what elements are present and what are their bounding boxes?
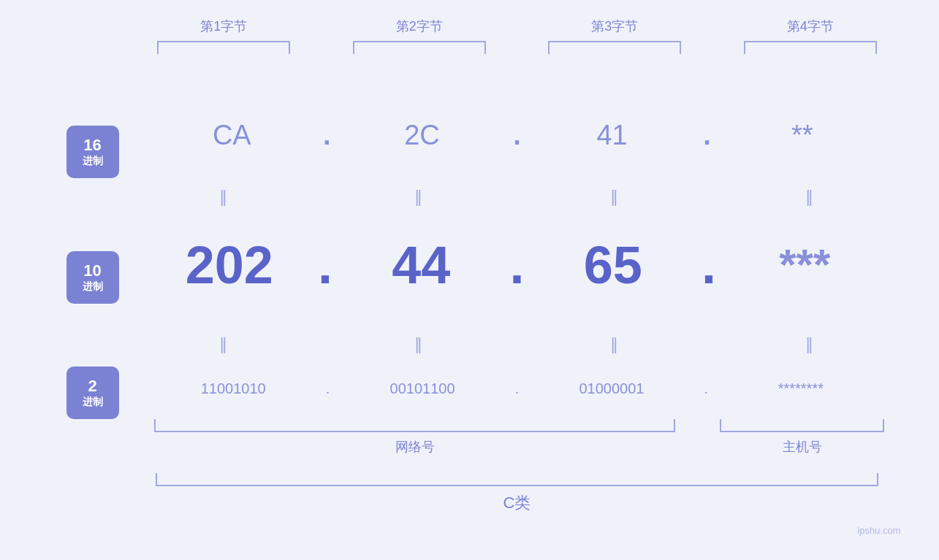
- hex-dot-1: .: [323, 120, 331, 151]
- class-label-row: C类: [141, 473, 894, 514]
- col-header-4: 第4字节: [727, 18, 894, 76]
- eq-row-lower: ‖ ‖ ‖ ‖: [141, 335, 894, 354]
- label-16: 16 进制: [66, 126, 119, 178]
- col-header-3: 第3字节: [532, 18, 699, 76]
- host-bracket-line: [720, 419, 884, 432]
- network-bracket-line: [154, 419, 675, 432]
- bin-val-1: 11001010: [141, 380, 326, 397]
- binary-row: 11001010 . 00101100 . 01000001 . *******…: [141, 380, 894, 397]
- bin-val-2: 00101100: [330, 380, 514, 397]
- hex-val-1: CA: [141, 120, 324, 151]
- content-area: 第1字节 第2字节 第3字节 第4字节 CA . 2C .: [141, 18, 894, 514]
- host-bracket: 主机号: [711, 419, 894, 456]
- network-label: 网络号: [395, 438, 435, 456]
- class-label: C类: [503, 492, 531, 514]
- eq-upper-3: ‖: [532, 188, 699, 207]
- hex-row: CA . 2C . 41 . **: [141, 120, 894, 151]
- class-bracket-container: C类: [141, 473, 894, 514]
- eq-lower-1: ‖: [141, 335, 308, 354]
- bracket-top-3: [548, 41, 681, 54]
- bracket-top-1: [157, 41, 290, 54]
- hex-val-4-hidden: **: [711, 120, 894, 151]
- hex-dot-2: .: [513, 120, 521, 151]
- eq-upper-2: ‖: [336, 188, 503, 207]
- hex-val-3: 41: [521, 120, 704, 151]
- dec-val-2: 44: [332, 235, 509, 295]
- dec-dot-2: .: [509, 235, 524, 295]
- dec-dot-1: .: [318, 235, 332, 295]
- hex-dot-3: .: [703, 120, 711, 151]
- eq-lower-3: ‖: [532, 335, 699, 354]
- label-2: 2 进制: [66, 367, 119, 419]
- eq-upper-4: ‖: [727, 188, 894, 207]
- decimal-row: 202 . 44 . 65 . ***: [141, 235, 894, 295]
- network-bracket: 网络号: [141, 419, 689, 456]
- watermark: ipshu.com: [857, 525, 900, 536]
- eq-upper-1: ‖: [141, 188, 308, 207]
- host-label: 主机号: [783, 438, 822, 456]
- label-10: 10 进制: [66, 251, 119, 304]
- bin-val-4-hidden: ********: [708, 380, 893, 397]
- dec-val-4-hidden: ***: [716, 239, 893, 290]
- bracket-top-2: [353, 41, 486, 54]
- col-header-2: 第2字节: [336, 18, 503, 76]
- eq-lower-2: ‖: [336, 335, 503, 354]
- dec-val-3: 65: [525, 235, 702, 295]
- bracket-top-4: [744, 41, 877, 54]
- column-headers: 第1字节 第2字节 第3字节 第4字节: [141, 18, 894, 76]
- col-header-1: 第1字节: [141, 18, 308, 76]
- main-container: 16 进制 10 进制 2 进制 第1字节 第2字节 第3字节: [31, 18, 908, 543]
- hex-val-2: 2C: [331, 120, 514, 151]
- eq-lower-4: ‖: [727, 335, 894, 354]
- class-bracket-line: [156, 473, 878, 486]
- dec-dot-3: .: [702, 235, 716, 295]
- network-host-brackets: 网络号 主机号: [141, 419, 894, 456]
- bin-val-3: 01000001: [519, 380, 704, 397]
- dec-val-1: 202: [141, 235, 318, 295]
- eq-row-upper: ‖ ‖ ‖ ‖: [141, 188, 894, 207]
